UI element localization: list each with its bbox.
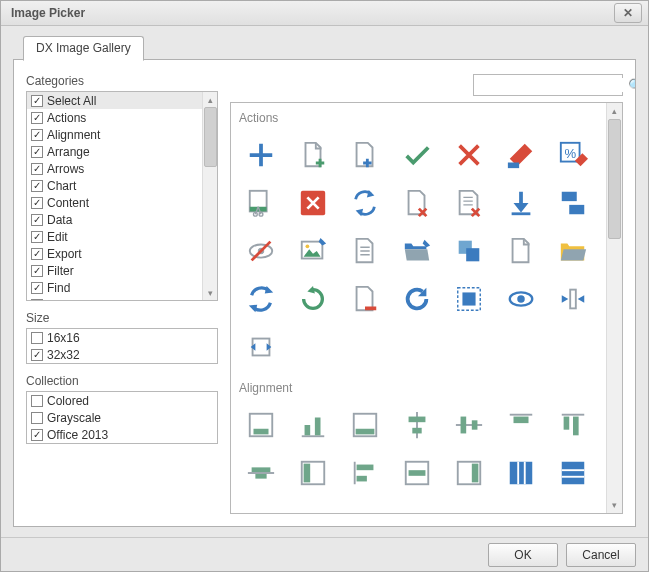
category-item[interactable]: Arrows bbox=[27, 160, 217, 177]
search-input[interactable] bbox=[478, 78, 628, 92]
align-middle-box-icon[interactable] bbox=[393, 451, 441, 495]
align-mid-cross-icon[interactable] bbox=[237, 451, 285, 495]
checkbox-icon[interactable] bbox=[31, 282, 43, 294]
align-left-box-icon[interactable] bbox=[289, 451, 337, 495]
category-item[interactable]: Format bbox=[27, 296, 217, 300]
merge-icon[interactable] bbox=[445, 229, 493, 273]
delete-list-icon[interactable] bbox=[445, 181, 493, 225]
clear-icon[interactable] bbox=[497, 133, 545, 177]
align-top-left-icon[interactable] bbox=[549, 403, 597, 447]
scroll-thumb[interactable] bbox=[204, 107, 217, 167]
clear-formatting-icon[interactable]: % bbox=[549, 133, 597, 177]
align-center-horiz-icon[interactable] bbox=[393, 403, 441, 447]
category-item[interactable]: Select All bbox=[27, 92, 217, 109]
category-item[interactable]: Arrange bbox=[27, 143, 217, 160]
checkbox-icon[interactable] bbox=[31, 265, 43, 277]
open-folder-icon[interactable] bbox=[393, 229, 441, 273]
apply-icon[interactable] bbox=[393, 133, 441, 177]
collection-listbox[interactable]: ColoredGrayscaleOffice 2013 bbox=[26, 391, 218, 444]
category-item[interactable]: Alignment bbox=[27, 126, 217, 143]
scroll-up-icon[interactable]: ▴ bbox=[607, 103, 622, 119]
delete-file-icon[interactable] bbox=[393, 181, 441, 225]
add-page-icon[interactable] bbox=[341, 133, 389, 177]
new-doc-icon[interactable] bbox=[497, 229, 545, 273]
align-bottom-rect-icon[interactable] bbox=[341, 403, 389, 447]
align-right-box-icon[interactable] bbox=[445, 451, 493, 495]
svg-rect-7 bbox=[512, 212, 531, 215]
checkbox-icon[interactable] bbox=[31, 197, 43, 209]
tab-dx-image-gallery[interactable]: DX Image Gallery bbox=[23, 36, 144, 61]
svg-point-13 bbox=[306, 244, 310, 248]
select-all-icon[interactable] bbox=[445, 277, 493, 321]
categories-listbox[interactable]: Select AllActionsAlignmentArrangeArrowsC… bbox=[26, 91, 218, 301]
search-icon[interactable]: 🔍 bbox=[628, 78, 636, 93]
category-item[interactable]: Chart bbox=[27, 177, 217, 194]
align-justify-rows-icon[interactable] bbox=[549, 451, 597, 495]
scroll-up-icon[interactable]: ▴ bbox=[203, 92, 217, 107]
gallery-scrollbar[interactable]: ▴ ▾ bbox=[606, 103, 622, 513]
size-item[interactable]: 32x32 bbox=[27, 346, 217, 363]
size-item[interactable]: 16x16 bbox=[27, 329, 217, 346]
ok-button[interactable]: OK bbox=[488, 543, 558, 567]
category-item[interactable]: Edit bbox=[27, 228, 217, 245]
align-center-vert-icon[interactable] bbox=[445, 403, 493, 447]
align-bottom-chart-icon[interactable] bbox=[289, 403, 337, 447]
collection-item[interactable]: Office 2013 bbox=[27, 426, 217, 443]
category-item[interactable]: Actions bbox=[27, 109, 217, 126]
checkbox-icon[interactable] bbox=[31, 429, 43, 441]
category-item[interactable]: Content bbox=[27, 194, 217, 211]
category-item[interactable]: Find bbox=[27, 279, 217, 296]
checkbox-icon[interactable] bbox=[31, 129, 43, 141]
remove-file-icon[interactable] bbox=[341, 277, 389, 321]
insert-image-icon[interactable] bbox=[289, 229, 337, 273]
checkbox-icon[interactable] bbox=[31, 299, 43, 301]
svg-rect-50 bbox=[562, 469, 585, 471]
checkbox-icon[interactable] bbox=[31, 349, 43, 361]
checkbox-icon[interactable] bbox=[31, 332, 43, 344]
scroll-down-icon[interactable]: ▾ bbox=[607, 497, 622, 513]
align-top-icon[interactable] bbox=[497, 403, 545, 447]
close-button[interactable]: ✕ bbox=[614, 3, 642, 23]
checkbox-icon[interactable] bbox=[31, 395, 43, 407]
open-icon[interactable] bbox=[549, 229, 597, 273]
category-item[interactable]: Data bbox=[27, 211, 217, 228]
checkbox-icon[interactable] bbox=[31, 412, 43, 424]
add-icon[interactable] bbox=[237, 133, 285, 177]
collection-item[interactable]: Colored bbox=[27, 392, 217, 409]
scroll-down-icon[interactable]: ▾ bbox=[203, 285, 217, 300]
checkbox-icon[interactable] bbox=[31, 146, 43, 158]
search-input-container[interactable]: 🔍 bbox=[473, 74, 623, 96]
checkbox-icon[interactable] bbox=[31, 231, 43, 243]
checkbox-icon[interactable] bbox=[31, 112, 43, 124]
align-left-icon[interactable] bbox=[341, 451, 389, 495]
category-item[interactable]: Export bbox=[27, 245, 217, 262]
redo-icon[interactable] bbox=[289, 277, 337, 321]
download-icon[interactable] bbox=[497, 181, 545, 225]
show-icon[interactable] bbox=[497, 277, 545, 321]
collection-item[interactable]: Grayscale bbox=[27, 409, 217, 426]
size-listbox[interactable]: 16x1632x32 bbox=[26, 328, 218, 364]
clip-icon[interactable] bbox=[237, 181, 285, 225]
checkbox-icon[interactable] bbox=[31, 248, 43, 260]
categories-scrollbar[interactable]: ▴ ▾ bbox=[202, 92, 217, 300]
stretch-icon[interactable] bbox=[237, 325, 285, 369]
close-box-icon[interactable] bbox=[289, 181, 337, 225]
refresh-icon[interactable] bbox=[237, 277, 285, 321]
checkbox-icon[interactable] bbox=[31, 163, 43, 175]
align-justify-cols-icon[interactable] bbox=[497, 451, 545, 495]
group-icon[interactable] bbox=[549, 181, 597, 225]
squeeze-icon[interactable] bbox=[549, 277, 597, 321]
cancel-button[interactable]: Cancel bbox=[566, 543, 636, 567]
category-item[interactable]: Filter bbox=[27, 262, 217, 279]
new-file-icon[interactable] bbox=[341, 229, 389, 273]
cancel-icon[interactable] bbox=[445, 133, 493, 177]
checkbox-icon[interactable] bbox=[31, 180, 43, 192]
convert-icon[interactable] bbox=[341, 181, 389, 225]
checkbox-icon[interactable] bbox=[31, 214, 43, 226]
hide-icon[interactable] bbox=[237, 229, 285, 273]
reset-icon[interactable] bbox=[393, 277, 441, 321]
align-bottom-center-icon[interactable] bbox=[237, 403, 285, 447]
checkbox-icon[interactable] bbox=[31, 95, 43, 107]
add-file-icon[interactable] bbox=[289, 133, 337, 177]
scroll-thumb[interactable] bbox=[608, 119, 621, 239]
